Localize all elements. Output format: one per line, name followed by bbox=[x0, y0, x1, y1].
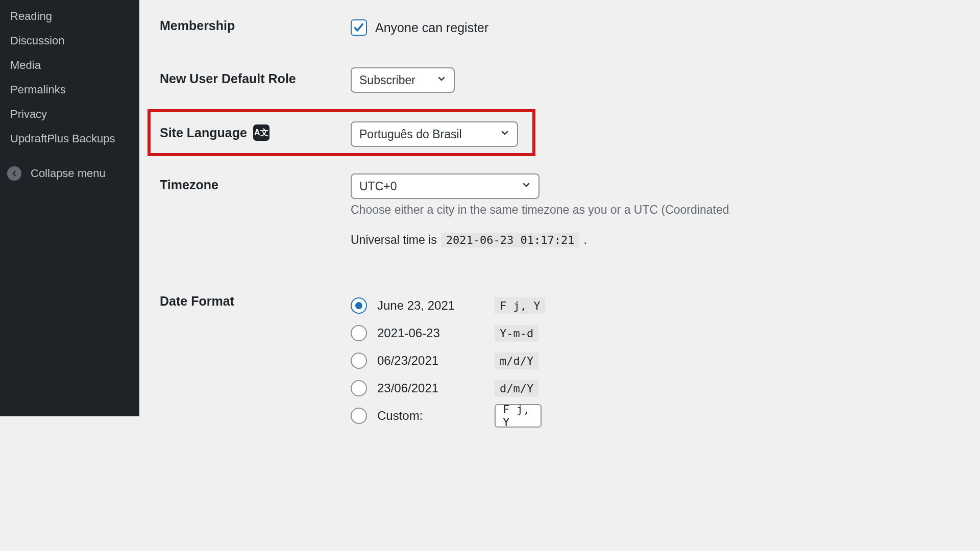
sidebar-item-reading[interactable]: Reading bbox=[0, 4, 139, 29]
date-format-label: Date Format bbox=[160, 294, 234, 309]
timezone-universal-value: 2021-06-23 01:17:21 bbox=[441, 233, 580, 247]
site-language-label-text: Site Language bbox=[160, 126, 247, 140]
timezone-select[interactable]: UTC+0 bbox=[351, 173, 540, 199]
date-format-custom-label: Custom: bbox=[377, 409, 495, 416]
sidebar-item-updraftplus[interactable]: UpdraftPlus Backups bbox=[0, 127, 139, 151]
collapse-menu-label: Collapse menu bbox=[31, 167, 106, 180]
collapse-menu-button[interactable]: Collapse menu bbox=[0, 161, 139, 186]
date-format-option-label: 06/23/2021 bbox=[377, 354, 495, 368]
chevron-down-icon bbox=[500, 128, 510, 141]
site-language-select[interactable]: Português do Brasil bbox=[351, 121, 518, 147]
translate-icon: A文 bbox=[253, 124, 270, 141]
admin-sidebar: Reading Discussion Media Permalinks Priv… bbox=[0, 0, 139, 416]
timezone-label: Timezone bbox=[160, 178, 218, 192]
timezone-universal-line: Universal time is 2021-06-23 01:17:21 . bbox=[351, 233, 587, 247]
radio-button[interactable] bbox=[351, 408, 367, 416]
date-format-custom-input[interactable]: F j, Y bbox=[495, 404, 542, 416]
site-language-value: Português do Brasil bbox=[359, 128, 462, 141]
timezone-value: UTC+0 bbox=[359, 180, 397, 193]
date-format-codes: F j, Y Y-m-d m/d/Y d/m/Y F j, Y bbox=[495, 292, 545, 416]
date-format-code: m/d/Y bbox=[495, 353, 538, 369]
membership-checkbox-label[interactable]: Anyone can register bbox=[375, 20, 488, 35]
timezone-description: Choose either a city in the same timezon… bbox=[351, 203, 729, 217]
sidebar-item-permalinks[interactable]: Permalinks bbox=[0, 78, 139, 102]
timezone-universal-prefix: Universal time is bbox=[351, 233, 437, 247]
chevron-down-icon bbox=[436, 73, 447, 87]
radio-button[interactable] bbox=[351, 353, 367, 369]
radio-button[interactable] bbox=[351, 325, 367, 341]
date-format-code: d/m/Y bbox=[495, 380, 538, 397]
sidebar-item-privacy[interactable]: Privacy bbox=[0, 102, 139, 127]
date-format-option-label: June 23, 2021 bbox=[377, 298, 495, 313]
default-role-value: Subscriber bbox=[359, 73, 415, 87]
date-format-code: Y-m-d bbox=[495, 325, 538, 342]
sidebar-item-media[interactable]: Media bbox=[0, 53, 139, 78]
default-role-select[interactable]: Subscriber bbox=[351, 67, 455, 93]
chevron-down-icon bbox=[521, 180, 531, 193]
radio-button[interactable] bbox=[351, 297, 367, 314]
date-format-option-label: 2021-06-23 bbox=[377, 326, 495, 340]
membership-checkbox[interactable] bbox=[351, 19, 367, 36]
membership-label: Membership bbox=[160, 18, 235, 33]
settings-main: Membership Anyone can register New User … bbox=[139, 0, 743, 416]
date-format-code: F j, Y bbox=[495, 297, 545, 314]
site-language-label: Site Language A文 bbox=[160, 124, 270, 141]
timezone-universal-suffix: . bbox=[583, 233, 586, 247]
radio-button[interactable] bbox=[351, 380, 367, 396]
date-format-option-label: 23/06/2021 bbox=[377, 381, 495, 395]
collapse-icon bbox=[7, 166, 21, 181]
sidebar-item-discussion[interactable]: Discussion bbox=[0, 29, 139, 53]
default-role-label: New User Default Role bbox=[160, 71, 296, 86]
